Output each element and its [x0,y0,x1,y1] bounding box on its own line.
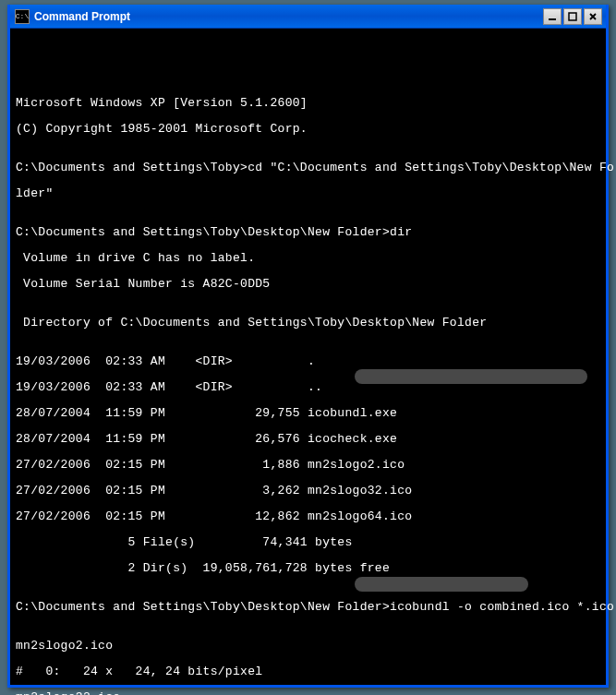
cmd-icon: C:\ [15,9,30,24]
terminal-line: 27/02/2006 02:15 PM 12,862 mn2slogo64.ic… [16,510,600,523]
terminal-line: C:\Documents and Settings\Toby\Desktop\N… [16,226,600,239]
terminal-line: 27/02/2006 02:15 PM 1,886 mn2slogo2.ico [16,459,600,472]
maximize-icon [568,12,577,21]
terminal-line: 5 File(s) 74,341 bytes [16,536,600,549]
terminal-line: C:\Documents and Settings\Toby\Desktop\N… [16,601,600,614]
svg-rect-0 [549,18,556,20]
terminal-line: Microsoft Windows XP [Version 5.1.2600] [16,97,600,110]
close-icon [588,12,598,21]
terminal-output[interactable]: Microsoft Windows XP [Version 5.1.2600] … [10,29,606,695]
terminal-line: mn2slogo2.ico [16,640,600,653]
terminal-line: 28/07/2004 11:59 PM 29,755 icobundl.exe [16,407,600,420]
terminal-line: Volume Serial Number is A82C-0DD5 [16,278,600,291]
terminal-line: 27/02/2006 02:15 PM 3,262 mn2slogo32.ico [16,485,600,497]
terminal-line: (C) Copyright 1985-2001 Microsoft Corp. [16,123,600,136]
terminal-line: C:\Documents and Settings\Toby>cd "C:\Do… [16,162,600,174]
minimize-button[interactable] [543,8,562,25]
window-controls [543,8,602,25]
terminal-line: lder" [16,187,600,200]
terminal-line: 19/03/2006 02:33 AM <DIR> . [16,355,600,368]
terminal-line: 19/03/2006 02:33 AM <DIR> .. [16,381,600,394]
window-title: Command Prompt [34,10,543,23]
close-button[interactable] [584,8,602,25]
svg-rect-1 [569,13,576,20]
command-prompt-window: C:\ Command Prompt Microsoft Windows XP … [7,5,609,688]
terminal-line: 28/07/2004 11:59 PM 26,576 icocheck.exe [16,433,600,446]
terminal-line: Volume in drive C has no label. [16,252,600,265]
titlebar[interactable]: C:\ Command Prompt [10,5,606,29]
minimize-icon [548,12,557,21]
terminal-line: 2 Dir(s) 19,058,761,728 bytes free [16,562,600,575]
terminal-line: # 0: 24 x 24, 24 bits/pixel [16,665,600,678]
maximize-button[interactable] [563,8,582,25]
terminal-line: Directory of C:\Documents and Settings\T… [16,317,600,330]
terminal-line: mn2slogo32.ico [16,691,600,695]
terminal-text: Microsoft Windows XP [Version 5.1.2600] … [16,84,600,695]
